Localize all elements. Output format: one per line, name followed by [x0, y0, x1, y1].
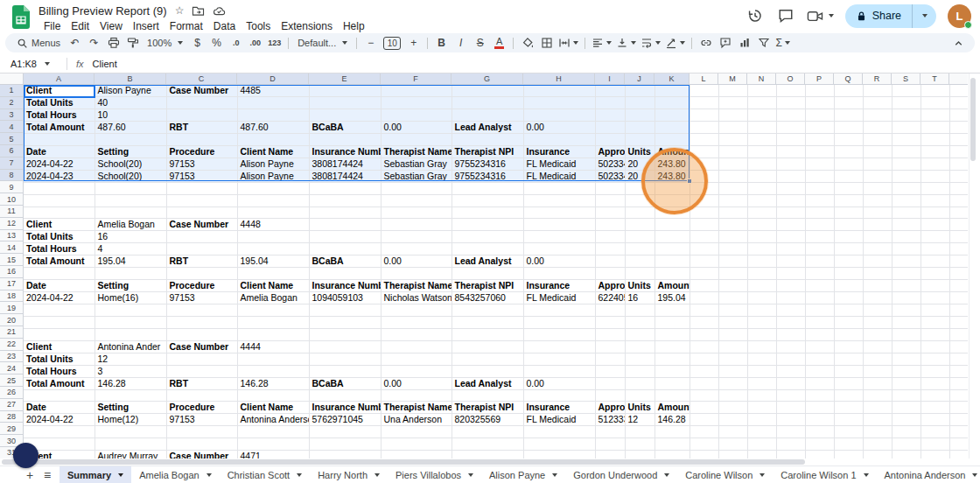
cell-R1[interactable] — [863, 85, 892, 97]
cell-M11[interactable] — [718, 206, 747, 219]
cell-X4[interactable] — [949, 122, 968, 134]
cell-D5[interactable] — [237, 134, 309, 146]
row-header-2[interactable]: 2 — [0, 97, 24, 109]
column-header-M[interactable]: M — [718, 74, 747, 85]
cell-B18[interactable]: Home(16) — [94, 292, 166, 304]
cell-F6[interactable]: Therapist Name — [381, 146, 452, 158]
cell-E7[interactable]: 3808174424 — [309, 158, 381, 171]
cell-A23[interactable]: Total Units — [24, 353, 94, 365]
cell-L20[interactable] — [690, 317, 718, 329]
cell-J11[interactable] — [625, 206, 654, 219]
cell-C11[interactable] — [166, 206, 237, 219]
column-header-N[interactable]: N — [747, 74, 776, 85]
cell-K31[interactable] — [654, 451, 690, 458]
cell-O17[interactable] — [776, 280, 805, 292]
cell-H13[interactable] — [523, 231, 595, 243]
cell-B2[interactable]: 40 — [94, 97, 166, 109]
cell-S27[interactable] — [892, 402, 920, 414]
cell-D28[interactable]: Antonina Anderso — [237, 414, 309, 426]
cell-Q12[interactable] — [834, 219, 863, 231]
cell-Q23[interactable] — [834, 353, 863, 365]
cell-N12[interactable] — [747, 219, 776, 231]
cell-N18[interactable] — [747, 292, 776, 304]
cell-H24[interactable] — [523, 365, 595, 377]
column-header-S[interactable]: S — [892, 74, 920, 85]
cell-D16[interactable] — [237, 268, 309, 280]
cell-H17[interactable]: Insurance — [523, 280, 595, 292]
cell-M5[interactable] — [718, 134, 747, 146]
cell-I19[interactable] — [595, 304, 625, 317]
cell-S5[interactable] — [892, 134, 920, 146]
cell-J6[interactable]: Units — [625, 146, 654, 158]
cell-E23[interactable] — [309, 353, 381, 365]
cell-G29[interactable] — [452, 426, 523, 438]
row-header-1[interactable]: 1 — [0, 85, 24, 97]
cell-N14[interactable] — [747, 243, 776, 256]
cell-C21[interactable] — [166, 328, 237, 340]
cell-M1[interactable] — [718, 85, 747, 97]
cell-L10[interactable] — [690, 194, 718, 206]
cell-X12[interactable] — [949, 219, 968, 231]
cell-H18[interactable]: FL Medicaid — [523, 292, 595, 304]
cell-T26[interactable] — [920, 389, 949, 402]
cell-E19[interactable] — [309, 304, 381, 317]
row-header-13[interactable]: 13 — [0, 230, 24, 242]
cell-T1[interactable] — [920, 85, 949, 97]
cell-X20[interactable] — [949, 317, 968, 329]
cell-D23[interactable] — [237, 353, 309, 365]
cell-D21[interactable] — [237, 328, 309, 340]
increase-decimals-button[interactable]: .00 — [246, 35, 264, 52]
column-header-A[interactable]: A — [24, 74, 94, 85]
column-header-F[interactable]: F — [381, 74, 452, 85]
column-header-P[interactable]: P — [805, 74, 834, 85]
cell-L4[interactable] — [690, 122, 718, 134]
cell-J25[interactable] — [625, 377, 654, 389]
cell-T3[interactable] — [920, 109, 949, 122]
cell-F1[interactable] — [381, 85, 452, 97]
comments-button[interactable] — [776, 6, 795, 25]
cell-K5[interactable] — [654, 134, 690, 146]
cell-D26[interactable] — [237, 389, 309, 402]
chevron-down-icon[interactable] — [206, 473, 212, 477]
cell-N30[interactable] — [747, 438, 776, 451]
cell-O23[interactable] — [776, 353, 805, 365]
cell-A11[interactable] — [24, 206, 94, 219]
insert-comment-button[interactable] — [716, 35, 734, 52]
add-sheet-button[interactable]: + — [21, 466, 38, 483]
cell-N7[interactable] — [747, 158, 776, 171]
row-header-21[interactable]: 21 — [0, 326, 24, 339]
cell-Q4[interactable] — [834, 122, 863, 134]
cell-L11[interactable] — [690, 206, 718, 219]
cell-F22[interactable] — [381, 340, 452, 353]
cell-E10[interactable] — [309, 194, 381, 206]
cell-G14[interactable] — [452, 243, 523, 256]
cell-O14[interactable] — [776, 243, 805, 256]
cell-C22[interactable]: Case Number — [166, 340, 237, 353]
cell-T30[interactable] — [920, 438, 949, 451]
cell-I1[interactable] — [595, 85, 625, 97]
cell-L30[interactable] — [690, 438, 718, 451]
cell-B30[interactable] — [94, 438, 166, 451]
cell-T28[interactable] — [920, 414, 949, 426]
cell-G28[interactable]: 820325569 — [452, 414, 523, 426]
cell-H26[interactable] — [523, 389, 595, 402]
cell-J12[interactable] — [625, 219, 654, 231]
cell-P26[interactable] — [805, 389, 834, 402]
cell-O10[interactable] — [776, 194, 805, 206]
cell-H22[interactable] — [523, 340, 595, 353]
cell-I14[interactable] — [595, 243, 625, 256]
cell-O26[interactable] — [776, 389, 805, 402]
cell-N22[interactable] — [747, 340, 776, 353]
cell-F19[interactable] — [381, 304, 452, 317]
cell-N8[interactable] — [747, 171, 776, 183]
cell-A18[interactable]: 2024-04-22 — [24, 292, 94, 304]
cell-M9[interactable] — [718, 183, 747, 195]
cell-S4[interactable] — [892, 122, 920, 134]
chevron-down-icon[interactable] — [972, 473, 977, 477]
cell-H3[interactable] — [523, 109, 595, 122]
cell-M20[interactable] — [718, 317, 747, 329]
cell-F26[interactable] — [381, 389, 452, 402]
cell-X29[interactable] — [949, 426, 968, 438]
column-header-L[interactable]: L — [690, 74, 718, 85]
cell-G8[interactable]: 9755234316 — [452, 171, 523, 183]
